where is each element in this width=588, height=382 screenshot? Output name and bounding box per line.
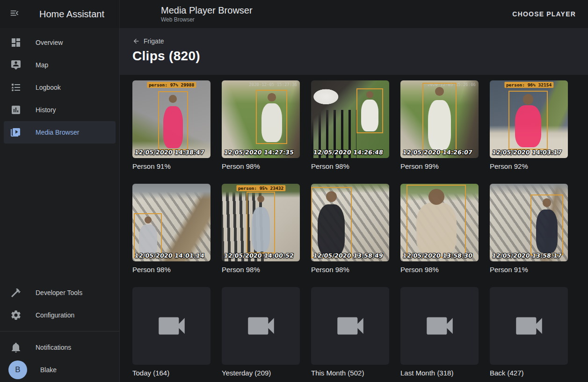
dashboard-icon	[10, 37, 22, 48]
folder-item-this-month-502[interactable]: This Month (502)	[311, 287, 389, 377]
app-title: Home Assistant	[39, 9, 104, 20]
clip-item[interactable]: person: 96% 3215412/05/2020 14:03:17Pers…	[490, 80, 568, 171]
folder-thumbnail	[490, 287, 568, 365]
folder-label: Yesterday (209)	[222, 369, 300, 377]
person-silhouette	[416, 202, 457, 255]
sidebar-item-overview[interactable]: Overview	[4, 31, 116, 54]
folder-item-yesterday-209[interactable]: Yesterday (209)	[222, 287, 300, 377]
sidebar-item-configuration[interactable]: Configuration	[4, 304, 116, 326]
bell-icon	[10, 342, 22, 353]
clip-timestamp: 12/05/2020 13:58:49	[313, 252, 384, 259]
user-name: Blake	[40, 366, 57, 374]
clip-label: Person 92%	[490, 162, 568, 171]
folder-item-last-month-318[interactable]: Last Month (318)	[400, 287, 479, 377]
clip-item[interactable]: 12/05/2020 13:58:49Person 98%	[311, 184, 389, 274]
folder-thumbnail	[222, 287, 300, 365]
detection-bbox	[247, 192, 275, 254]
clip-item[interactable]: 12/05/2020 13:58:30Person 98%	[400, 184, 479, 274]
detection-bbox	[422, 83, 457, 152]
sidebar-item-notifications[interactable]: Notifications	[4, 336, 116, 359]
clip-item[interactable]: 12/05/2020 14:01:14Person 98%	[132, 184, 211, 274]
clip-timestamp: 12/05/2020 14:03:17	[492, 149, 562, 156]
video-icon	[422, 309, 457, 343]
main-content: Frigate Clips (820) person: 97% 2998812/…	[120, 28, 588, 382]
person-silhouette	[428, 100, 451, 151]
folder-thumbnail	[132, 287, 211, 365]
clip-timestamp: 12/05/2020 14:01:14	[134, 252, 205, 259]
clip-label: Person 98%	[222, 162, 300, 171]
detection-bbox	[508, 91, 548, 150]
sidebar-item-map[interactable]: Map	[4, 54, 116, 76]
sidebar-item-label: Media Browser	[36, 129, 79, 136]
clip-item[interactable]: 12/05/2020 14:26:48Person 98%	[311, 80, 389, 171]
sidebar-item-label: Logbook	[36, 84, 61, 91]
detection-bbox	[530, 195, 563, 255]
breadcrumb-back[interactable]: Frigate	[132, 37, 164, 45]
clip-timestamp: 12/05/2020 14:26:07	[402, 149, 473, 156]
page-header-title: Media Player Browser	[161, 5, 253, 16]
clip-thumbnail: 2020-12-05 15:27:3612/05/2020 14:27:35	[222, 80, 300, 158]
clip-timestamp: 12/05/2020 13:58:17	[492, 252, 562, 259]
folder-thumbnail	[311, 287, 389, 365]
toolbar: Media Player Browser Web Browser CHOOSE …	[120, 0, 588, 28]
sidebar-divider	[0, 331, 119, 332]
sidebar-bottom-nav: Notifications	[0, 336, 119, 359]
play-box-multiple-icon	[10, 127, 22, 138]
sidebar-user[interactable]: B Blake	[4, 359, 116, 381]
sidebar-item-label: Map	[36, 61, 48, 69]
clip-thumbnail: 2020-12-05 15:26:0612/05/2020 14:26:07	[400, 80, 479, 158]
detection-bbox	[134, 213, 162, 258]
page-header-subtitle: Web Browser	[161, 16, 253, 23]
sidebar-item-developer-tools[interactable]: Developer Tools	[4, 281, 116, 304]
sidebar-toggle-button[interactable]	[9, 8, 21, 20]
person-silhouette	[261, 103, 282, 142]
toolbar-titles: Media Player Browser Web Browser	[161, 5, 253, 23]
sidebar-item-label: Configuration	[36, 311, 74, 319]
clip-timestamp: 12/05/2020 14:38:47	[134, 149, 205, 156]
clip-item[interactable]: person: 95% 2343212/05/2020 14:00:52Pers…	[222, 184, 300, 274]
clip-timestamp: 12/05/2020 14:00:52	[224, 252, 294, 259]
chart-box-icon	[10, 104, 22, 115]
video-icon	[244, 309, 278, 343]
clip-label: Person 91%	[132, 162, 211, 171]
home-assistant-app: Home Assistant Media Player Browser Web …	[0, 0, 588, 382]
person-silhouette	[252, 207, 270, 252]
person-silhouette	[163, 106, 183, 148]
detection-chip: person: 96% 32154	[504, 82, 553, 88]
folder-item-today-164[interactable]: Today (164)	[132, 287, 211, 377]
menu-open-icon	[9, 8, 20, 20]
clip-thumbnail: person: 95% 2343212/05/2020 14:00:52	[222, 184, 300, 261]
detection-bbox	[158, 91, 188, 150]
sidebar-item-media-browser[interactable]: Media Browser	[4, 121, 116, 144]
sidebar-item-label: Notifications	[36, 344, 71, 351]
choose-player-button[interactable]: CHOOSE PLAYER	[508, 7, 580, 22]
clip-item[interactable]: person: 97% 2998812/05/2020 14:38:47Pers…	[132, 80, 211, 171]
video-icon	[333, 309, 368, 343]
sidebar-secondary-nav: Developer ToolsConfiguration	[0, 281, 119, 326]
detection-chip: person: 95% 23432	[236, 185, 285, 191]
clip-thumbnail: 12/05/2020 13:58:49	[311, 184, 389, 261]
person-silhouette	[361, 100, 378, 131]
clip-thumbnail: person: 97% 2998812/05/2020 14:38:47	[132, 80, 211, 158]
clip-label: Person 98%	[132, 266, 211, 274]
folder-label: Today (164)	[132, 369, 211, 377]
clip-thumbnail: 12/05/2020 13:58:30	[400, 184, 479, 261]
folder-thumbnail	[400, 287, 479, 365]
folder-label: This Month (502)	[311, 369, 389, 377]
folder-item-back-427[interactable]: Back (427)	[490, 287, 568, 377]
clip-label: Person 99%	[400, 162, 479, 171]
clip-item[interactable]: 2020-12-05 15:27:3612/05/2020 14:27:35Pe…	[222, 80, 300, 171]
account-tooltip-icon	[10, 59, 22, 71]
clip-thumbnail: 12/05/2020 13:58:17	[490, 184, 568, 261]
clip-item[interactable]: 12/05/2020 13:58:17Person 91%	[490, 184, 568, 274]
folder-label: Back (427)	[490, 369, 568, 377]
clip-timestamp: 12/05/2020 14:27:35	[224, 149, 294, 156]
sidebar-item-history[interactable]: History	[4, 99, 116, 121]
sidebar-item-label: History	[36, 106, 56, 114]
clip-timestamp: 12/05/2020 13:58:30	[402, 252, 473, 259]
sidebar-item-logbook[interactable]: Logbook	[4, 76, 116, 99]
detection-chip: person: 97% 29988	[147, 82, 196, 88]
clip-item[interactable]: 2020-12-05 15:26:0612/05/2020 14:26:07Pe…	[400, 80, 479, 171]
clip-thumbnail: 12/05/2020 14:26:48	[311, 80, 389, 158]
sidebar-item-label: Developer Tools	[36, 289, 82, 296]
